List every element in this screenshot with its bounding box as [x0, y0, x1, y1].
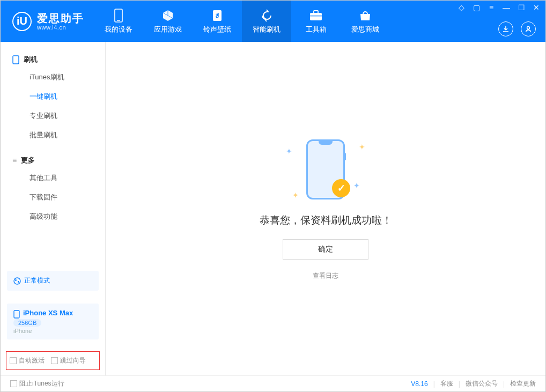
logo-block: iU 爱思助手 www.i4.cn [1, 1, 94, 42]
minimize-button[interactable]: ― [503, 4, 510, 11]
lock-icon[interactable]: ▢ [473, 4, 480, 11]
main-content: ✦✦ ✦✦ ✓ 恭喜您，保资料刷机成功啦！ 确定 查看日志 [106, 42, 545, 375]
mode-icon [13, 277, 21, 285]
footer-link-wechat[interactable]: 微信公众号 [466, 379, 498, 388]
sidebar-options-highlight: 自动激活 跳过向导 [6, 351, 100, 370]
sidebar-item-itunes-flash[interactable]: iTunes刷机 [1, 68, 105, 87]
tab-label: 应用游戏 [154, 25, 182, 34]
app-header: iU 爱思助手 www.i4.cn 我的设备 应用游戏 铃声壁纸 智能刷机 工具… [1, 1, 545, 42]
success-message: 恭喜您，保资料刷机成功啦！ [260, 213, 392, 227]
maximize-button[interactable]: ☐ [518, 4, 525, 11]
version-label: V8.16 [411, 380, 427, 388]
svg-rect-1 [117, 20, 120, 21]
sidebar-item-other-tools[interactable]: 其他工具 [1, 168, 105, 188]
svg-point-6 [527, 27, 530, 29]
svg-point-10 [18, 281, 19, 283]
device-info-box[interactable]: iPhone XS Max 256GB iPhone [7, 304, 99, 339]
svg-rect-11 [14, 310, 19, 318]
sidebar-section-more: ≡ 更多 [1, 152, 105, 168]
svg-rect-3 [310, 13, 322, 20]
top-tabs: 我的设备 应用游戏 铃声壁纸 智能刷机 工具箱 爱思商城 [94, 1, 390, 42]
menu-icon[interactable]: ≡ [488, 4, 495, 11]
svg-point-8 [14, 278, 20, 284]
svg-rect-4 [314, 11, 318, 13]
device-storage: 256GB [13, 319, 41, 327]
sidebar-section-flash: 刷机 [1, 51, 105, 68]
tab-shop[interactable]: 爱思商城 [341, 1, 390, 42]
svg-point-9 [15, 279, 17, 281]
music-icon [210, 9, 224, 23]
footer-link-update[interactable]: 检查更新 [510, 379, 536, 388]
sidebar-item-advanced[interactable]: 高级功能 [1, 207, 105, 226]
app-logo-icon: iU [12, 12, 32, 31]
sidebar-section-label: 更多 [21, 156, 35, 165]
app-url: www.i4.cn [37, 24, 84, 31]
status-bar: 阻止iTunes运行 V8.16 | 客服 | 微信公众号 | 检查更新 [1, 375, 545, 391]
sidebar-item-download-firmware[interactable]: 下载固件 [1, 188, 105, 207]
tab-toolbox[interactable]: 工具箱 [291, 1, 341, 42]
tab-smart-flash[interactable]: 智能刷机 [242, 1, 291, 42]
sidebar-section-label: 刷机 [24, 55, 38, 64]
checkbox-label: 自动激活 [19, 357, 45, 364]
checkbox-label: 阻止iTunes运行 [19, 380, 64, 387]
list-icon: ≡ [12, 156, 17, 165]
confirm-button[interactable]: 确定 [283, 239, 368, 260]
tab-label: 工具箱 [306, 25, 327, 34]
view-log-link[interactable]: 查看日志 [313, 271, 338, 280]
check-badge-icon: ✓ [332, 179, 350, 197]
refresh-icon [260, 9, 274, 23]
device-type: iPhone [13, 328, 92, 334]
tab-apps-games[interactable]: 应用游戏 [143, 1, 193, 42]
checkbox-skip-guide[interactable]: 跳过向导 [51, 356, 86, 365]
tshirt-icon[interactable]: ◇ [458, 4, 465, 11]
success-illustration: ✦✦ ✦✦ ✓ [283, 137, 368, 202]
app-title: 爱思助手 [37, 12, 84, 24]
svg-rect-7 [13, 56, 19, 64]
toolbox-icon [309, 9, 323, 23]
close-button[interactable]: ✕ [533, 4, 540, 11]
tab-label: 智能刷机 [253, 25, 281, 34]
tab-my-device[interactable]: 我的设备 [94, 1, 143, 42]
download-icon[interactable] [498, 21, 513, 36]
phone-small-icon [13, 310, 20, 319]
phone-outline-icon [12, 55, 19, 64]
device-name: iPhone XS Max [23, 309, 73, 317]
user-icon[interactable] [521, 21, 536, 36]
checkbox-auto-activate[interactable]: 自动激活 [10, 356, 45, 365]
cube-icon [161, 9, 175, 23]
sidebar-item-oneclick-flash[interactable]: 一键刷机 [1, 87, 105, 106]
checkbox-stop-itunes[interactable]: 阻止iTunes运行 [10, 379, 64, 388]
window-controls: ◇ ▢ ≡ ― ☐ ✕ [458, 4, 540, 11]
sidebar: 刷机 iTunes刷机 一键刷机 专业刷机 批量刷机 ≡ 更多 其他工具 下载固… [1, 42, 106, 375]
checkbox-label: 跳过向导 [60, 357, 86, 364]
svg-rect-5 [310, 16, 322, 16]
tab-label: 我的设备 [105, 25, 132, 34]
shop-icon [358, 9, 372, 23]
sidebar-item-batch-flash[interactable]: 批量刷机 [1, 125, 105, 145]
footer-link-support[interactable]: 客服 [440, 379, 453, 388]
device-icon [112, 9, 126, 23]
sidebar-item-pro-flash[interactable]: 专业刷机 [1, 106, 105, 125]
tab-label: 铃声壁纸 [203, 25, 231, 34]
tab-ringtones[interactable]: 铃声壁纸 [193, 1, 242, 42]
tab-label: 爱思商城 [351, 25, 379, 34]
device-mode-box[interactable]: 正常模式 [7, 271, 99, 291]
device-mode-label: 正常模式 [24, 276, 50, 285]
